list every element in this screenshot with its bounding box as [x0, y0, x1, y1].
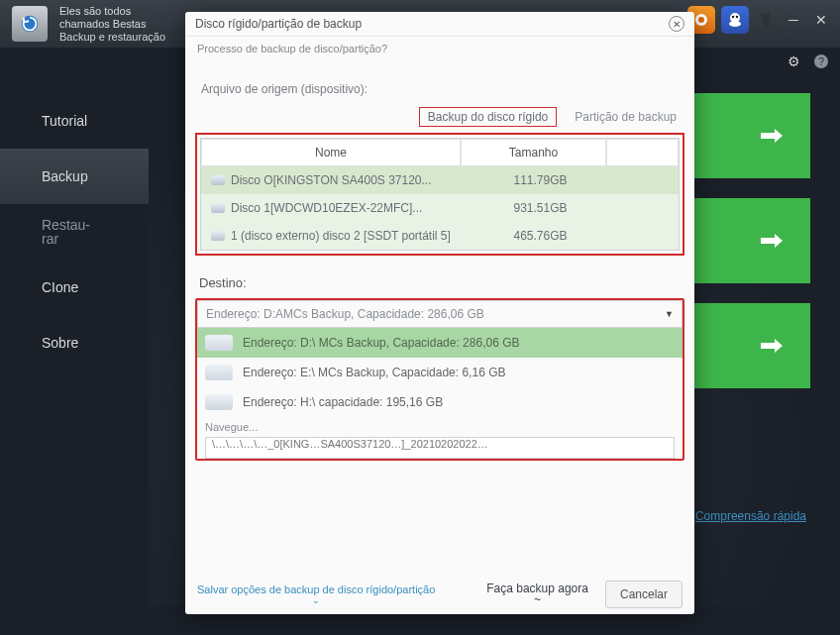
col-size: Tamanho: [461, 139, 606, 166]
title-line1: Eles são todos: [59, 5, 165, 18]
app-icon: [12, 6, 48, 42]
sidebar-item-clone[interactable]: CIone: [0, 260, 149, 315]
title-line3: Backup e restauração: [59, 31, 165, 44]
sidebar-item-restore[interactable]: Restau- rar: [0, 204, 149, 260]
disk-size: 111.79GB: [469, 173, 612, 187]
disk-row[interactable]: Disco 1[WDCWD10EZEX-22MFC]... 931.51GB: [201, 194, 679, 222]
disk-table: Nome Tamanho Disco O[KINGSTON SA400S 371…: [200, 138, 680, 251]
svg-point-5: [732, 16, 734, 18]
disk-name: Disco 1[WDCWD10EZEX-22MFC]...: [231, 201, 422, 215]
destination-path[interactable]: \…\…\…\…_0[KING…SA400S37120…]_2021020202…: [205, 437, 675, 459]
svg-point-6: [736, 16, 738, 18]
arrow-right-icon: [761, 129, 783, 143]
disk-row[interactable]: 1 (disco externo) disco 2 [SSDT portátil…: [201, 222, 679, 250]
browse-option[interactable]: Navegue...: [197, 417, 682, 437]
dialog-body: Arquivo de origem (dispositivo): Backup …: [195, 68, 684, 469]
tab-hdd-backup[interactable]: Backup do disco rígido: [419, 107, 557, 127]
destination-option-label: Endereço: D:\ MCs Backup, Capacidade: 28…: [243, 336, 520, 350]
title-line2: chamados Bestas: [59, 18, 165, 31]
col-empty: [606, 139, 679, 166]
shirt-icon[interactable]: [755, 9, 777, 31]
backup-now-button[interactable]: Faça backup agora ~: [479, 581, 595, 608]
close-button[interactable]: ✕: [810, 9, 832, 31]
svg-point-4: [729, 21, 741, 27]
destination-option-label: Endereço: E:\ MCs Backup, Capacidade: 6,…: [243, 366, 505, 379]
cancel-button[interactable]: Cancelar: [605, 581, 682, 608]
disk-size: 465.76GB: [469, 229, 612, 243]
dialog-actions: Faça backup agora ~ Cancelar: [479, 581, 682, 608]
disk-table-header: Nome Tamanho: [201, 139, 679, 166]
disk-name: Disco O[KINGSTON SA400S 37120...: [231, 173, 432, 187]
sidebar: Tutorial Backup Restau- rar CIone Sobre: [0, 75, 149, 606]
destination-value: Endereço: D:AMCs Backup, Capacidade: 286…: [206, 307, 484, 321]
destination-option[interactable]: Endereço: H:\ capacidade: 195,16 GB: [197, 387, 682, 417]
source-tabs: Backup do disco rígido Partição de backu…: [195, 110, 684, 127]
disk-icon: [211, 203, 225, 213]
quick-understand-link[interactable]: Compreensão rápida: [695, 509, 806, 523]
sidebar-item-tutorial[interactable]: Tutorial: [0, 93, 149, 149]
minimize-button[interactable]: ─: [783, 9, 804, 31]
destination-dropdown: Endereço: D:\ MCs Backup, Capacidade: 28…: [197, 328, 682, 437]
destination-label: Destino:: [199, 275, 684, 290]
destination-option[interactable]: Endereço: E:\ MCs Backup, Capacidade: 6,…: [197, 358, 682, 387]
help-icon[interactable]: ?: [812, 53, 830, 70]
sidebar-item-backup[interactable]: Backup: [0, 149, 149, 204]
chevron-down-icon: ⌄: [197, 595, 435, 605]
save-options-label: Salvar opções de backup de disco rígido/…: [197, 583, 435, 595]
drive-icon: [205, 394, 233, 410]
disk-list: Nome Tamanho Disco O[KINGSTON SA400S 371…: [195, 133, 684, 256]
sidebar-item-about[interactable]: Sobre: [0, 315, 149, 370]
disk-name: 1 (disco externo) disco 2 [SSDT portátil…: [231, 229, 451, 243]
window-controls: ─ ✕: [687, 6, 832, 34]
svg-text:?: ?: [818, 55, 824, 67]
backup-dialog: Disco rígido/partição de backup ✕ Proces…: [185, 12, 694, 614]
svg-point-2: [698, 17, 704, 23]
destination-box: Endereço: D:AMCs Backup, Capacidade: 286…: [195, 298, 684, 461]
dialog-footer: Salvar opções de backup de disco rígido/…: [185, 581, 694, 608]
destination-select[interactable]: Endereço: D:AMCs Backup, Capacidade: 286…: [197, 300, 682, 328]
disk-size: 931.51GB: [469, 201, 612, 215]
col-name: Nome: [201, 139, 461, 166]
drive-icon: [205, 365, 233, 380]
disk-row[interactable]: Disco O[KINGSTON SA400S 37120... 111.79G…: [201, 166, 679, 194]
destination-option-label: Endereço: H:\ capacidade: 195,16 GB: [243, 395, 443, 409]
arrow-right-icon: [761, 234, 783, 248]
source-label: Arquivo de origem (dispositivo):: [201, 82, 684, 96]
dialog-title: Disco rígido/partição de backup: [195, 17, 362, 31]
tab-partition-backup[interactable]: Partição de backup: [575, 110, 677, 127]
tray-app-2-icon[interactable]: [721, 6, 749, 34]
chevron-down-icon: ▼: [665, 309, 674, 319]
disk-icon: [211, 175, 225, 185]
arrow-right-icon: [761, 339, 783, 353]
dialog-close-button[interactable]: ✕: [669, 16, 684, 32]
drive-icon: [205, 335, 233, 351]
destination-option[interactable]: Endereço: D:\ MCs Backup, Capacidade: 28…: [197, 328, 682, 358]
settings-icon[interactable]: ⚙: [785, 53, 802, 70]
save-options-link[interactable]: Salvar opções de backup de disco rígido/…: [197, 583, 435, 605]
dialog-header: Disco rígido/partição de backup ✕: [185, 12, 694, 37]
dialog-subtitle: Processo de backup de disco/partição?: [185, 37, 694, 60]
backup-now-sub: ~: [534, 594, 541, 605]
disk-icon: [211, 231, 225, 241]
app-title: Eles são todos chamados Bestas Backup e …: [59, 5, 165, 44]
